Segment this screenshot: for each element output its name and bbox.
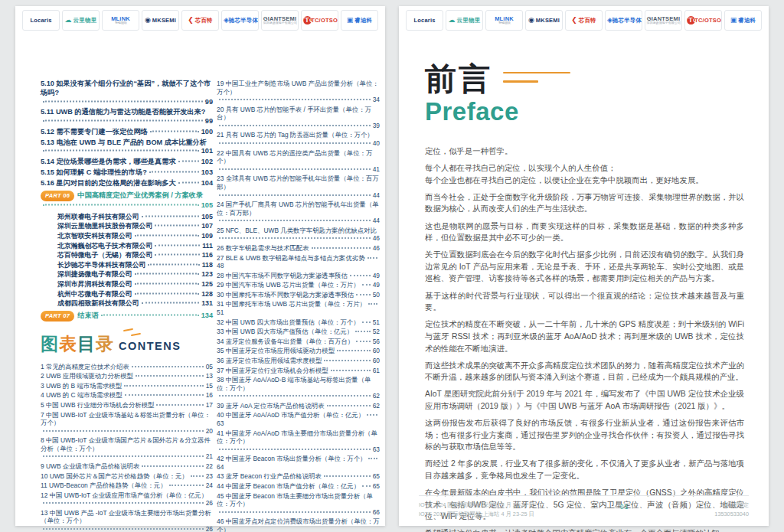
dot-leader (142, 302, 200, 304)
figure-entry[interactable]: 4 UWB 的 C 端市场需求模型 16 (41, 391, 213, 400)
figure-entry[interactable]: 8 中国 UWB-IoT 企业级市场国产芯片＆国外芯片＆分立器件分析（单位：万个… (41, 436, 213, 461)
company-entry[interactable]: 北京智联安科技有限公司 109 (57, 232, 213, 240)
figure-entry[interactable]: 27 BLE & UWB 数字钥匙单锚点与多锚点方案优劣势 48 (217, 254, 380, 270)
dot-leader (155, 243, 200, 246)
figure-entry[interactable]: 11 UWB-Beacon 产品价格趋势（单位：元） 24 (41, 481, 213, 490)
preface-paragraph: 这也是物联网的愿景与目标，而要实现这样的目标，采集数据是基础，数据的种类多种多样… (425, 220, 744, 244)
dot-leader (155, 253, 199, 256)
figure-entry[interactable]: 30 中国摩托车市场不同数字钥匙方案渗透率预估 50 (217, 291, 380, 299)
figure-entry[interactable]: 5 中国 UWB 行业细分市场机会分析模型 17 (41, 401, 213, 410)
toc-entry[interactable]: 5.12 需不需要专门建一张定位网络 100 (41, 128, 213, 137)
page-number: 105 (201, 201, 213, 211)
figure-entry-text: 34 蓝牙定位服务设备年出货量（单位：百万台） (217, 338, 354, 346)
figure-entry[interactable]: 22 中国具有 UWB 芯片的遥控类产品出货量（单位：万个） 41 (217, 149, 380, 174)
partner-logo-icon: ◉ (528, 17, 534, 24)
figure-entry-text: 5 中国 UWB 行业细分市场机会分析模型 (41, 401, 154, 410)
figure-entry[interactable]: 40 中国蓝牙 AoA/AoD 市场产值分析（单位：亿元） 63 (217, 411, 380, 427)
figure-entry[interactable]: 12 中国 UWB-IoT 企业级应用市场产值分析（单位：亿元） 26 (41, 491, 213, 508)
figure-entry[interactable]: 39 蓝牙 AoA 定位市场产品价格说明表 62 (217, 402, 380, 410)
figure-entry-text: 22 中国具有 UWB 芯片的遥控类产品出货量（单位：万个） (217, 149, 380, 165)
figure-entry[interactable]: 33 中国 UWB 四大市场产值预估（单位：亿元） 52 (217, 328, 380, 336)
figure-entry-text: 29 中国汽车市场 UWB 芯片出货量（单位：万片） (217, 281, 360, 289)
partner-logo-text: 云里物里 (74, 18, 97, 24)
company-entry[interactable]: 郑州联睿电子科技有限公司 105 (57, 213, 213, 221)
figure-entry[interactable]: 31 中国摩托车市场 UWB 芯片出货量（单位：万片） 51 (217, 300, 380, 316)
company-entry[interactable]: 深圳捷扬微电子有限公司 123 (57, 270, 213, 279)
dot-leader (135, 292, 200, 294)
partner-logo-icon: ☁ (449, 17, 456, 24)
partner-logo-subtext: 深圳捷扬微电子有限公司 (263, 21, 297, 24)
partner-logo-text: 云里物里 (457, 18, 481, 24)
page-number: 48 (217, 262, 224, 270)
dot-leader (169, 484, 204, 486)
figure-entry[interactable]: 32 中国 UWB 四大市场出货量预估（单位：万个） 51 (217, 318, 380, 327)
page-number: 16 (206, 391, 213, 400)
partner-logo-text: MKSEMI (536, 18, 560, 24)
figure-entry[interactable]: 7 中国 UWB-IoT 企业级市场基站＆标签出货量分析（单位：万个） 20 (41, 411, 213, 436)
figure-entry[interactable]: 9 UWB 企业级市场产品价格说明表 22 (41, 462, 213, 471)
toc-entry[interactable]: 5.11 UWB 的通信能力与雷达功能是否能被开发出来? 99 (41, 108, 213, 126)
decor-lines (503, 72, 570, 83)
toc-entry[interactable]: 5.16 星闪对目前的定位格局的潜在影响多大 104 (41, 179, 213, 188)
toc-entry[interactable]: 5.14 定位场景哪些是伪需求，哪些是真需求 102 (41, 158, 213, 167)
part-07-row[interactable]: PART 07 结束语 134 (41, 311, 213, 321)
page-number: 109 (201, 232, 213, 240)
dot-leader (43, 527, 204, 530)
figure-entry[interactable]: 25 NFC、BLE、UWB 几类数字车钥匙方案的优缺点对比 46 (217, 227, 380, 243)
partner-logo-text: TTC/OTSOK (691, 18, 722, 24)
figure-entry[interactable]: 13 中国 UWB 产品 -IoT 企业级市场主要细分市场出货量分析（单位：万个… (41, 509, 213, 532)
figure-entry[interactable]: 2 UWB 应用领域驱动力分析模型 13 (41, 372, 213, 380)
partner-logo-icon: ◉ (145, 17, 151, 24)
partner-logo: Locaris (22, 10, 60, 31)
page-number: 61 (373, 367, 380, 375)
company-entry[interactable]: 杭州中芯微电子有限公司 128 (57, 290, 213, 299)
dot-leader (367, 413, 377, 416)
company-name: 郑州联睿电子科技有限公司 (57, 213, 139, 221)
figure-entry[interactable]: 1 常见的高精度定位技术介绍表 05 (41, 363, 213, 371)
company-entry[interactable]: 成都四相致新科技有限公司 131 (57, 299, 213, 308)
figure-entry[interactable]: 38 中国蓝牙 AoA/AoD-B 端市场基站与标签出货量（单位：万个） 62 (217, 376, 380, 400)
figure-entry[interactable]: 19 中国工业生产制造市场 UWB 产品出货量分析（单位：万个） 34 (217, 80, 380, 104)
figure-entry[interactable]: 29 中国汽车市场 UWB 芯片出货量（单位：万片） 49 (217, 281, 380, 289)
figure-entry[interactable]: 41 中国蓝牙 AoA/AoD 市场主要细分市场出货量分析（单位：万个） 63 (217, 429, 380, 454)
figure-entry[interactable]: 36 蓝牙定位市场应用领域需求度模型 60 (217, 357, 380, 365)
figure-entry[interactable]: 46 中国蓝牙点对点定位消费级市场出货量分析（单位：万个） 67 (217, 517, 380, 532)
figure-entry[interactable]: 43 蓝牙 Beacon 行业产品价格说明表 65 (217, 472, 380, 481)
figure-entry-text: 31 中国摩托车市场 UWB 芯片出货量（单位：万片） (217, 300, 366, 308)
preface-paragraph: 希望通过这份白皮书，让读者对整个国内高精度定位产业有一个更全面与清晰的认知。 (425, 527, 744, 532)
figure-entry[interactable]: 10 UWB 国外芯片＆国产芯片价格趋势（单位：元） 23 (41, 472, 213, 481)
figure-entry[interactable]: 37 中国蓝牙定位行业市场机会分析模型 61 (217, 367, 380, 375)
page-number: 26 (206, 499, 213, 508)
dot-leader (324, 475, 371, 477)
figure-entry[interactable]: 24 国产手机厂商具有 UWB 芯片的智能手机年出货量（单位：百万部） 44 (217, 201, 380, 225)
dot-leader (43, 455, 204, 457)
partner-logo-text: Locaris (413, 18, 435, 24)
figure-entry[interactable]: 35 中国蓝牙定位市场应用领域驱动力模型 60 (217, 347, 380, 355)
toc-entry-text: 5.11 UWB 的通信能力与雷达功能是否能被开发出来? (41, 108, 205, 117)
figure-entry[interactable]: 44 中国蓝牙 Beacon 市场产值分析（单位：亿元） 65 (217, 482, 380, 491)
figure-entry[interactable]: 26 数字车钥匙需求与技术匹配表 46 (217, 244, 380, 253)
page-number: 134 (201, 312, 213, 321)
partner-logo-subtext: 智链物联 (498, 21, 510, 24)
dot-leader (43, 501, 204, 504)
figure-entry-text: 45 中国蓝牙 Beacon 市场主要细分市场出货量分析（单位：万个） (217, 492, 380, 508)
figure-entry[interactable]: 23 全球具有 UWB 芯片的智能手机年出货量（单位：百万部） 44 (217, 175, 380, 199)
figure-entry[interactable]: 28 中国汽车市场不同数字钥匙方案渗透率预估 49 (217, 272, 380, 280)
company-entry[interactable]: 北京瀚巍创芯电子技术有限公司 111 (57, 242, 213, 250)
company-entry[interactable]: 深圳市昇润科技有限公司 125 (57, 280, 213, 289)
company-entry[interactable]: 长沙驰芯半导体科技有限公司 118 (57, 261, 213, 269)
figure-entry[interactable]: 21 具有 UWB 芯片的 Tag 防丢器出货量（单位：万个） 40 (217, 131, 380, 147)
figure-entry[interactable]: 34 蓝牙定位服务设备年出货量（单位：百万台） 56 (217, 338, 380, 346)
toc-entry[interactable]: 5.10 如果没有某个细分行业的“基因”，就做不了这个市场吗? 99 (41, 80, 213, 106)
company-entry[interactable]: 深圳云里物里科技股份有限公司 107 (57, 222, 213, 230)
company-entry[interactable]: 芯百特微电子（无锡）有限公司 116 (57, 251, 213, 259)
toc-entry[interactable]: 5.13 电池在 UWB 与 BLE 产品的 BOM 成本比重分析 101 (41, 139, 213, 157)
preface-paragraph: 关于位置数据到底会在今后的数字化时代占据多少比例，目前还没有确切的数字。从我们身… (425, 249, 744, 285)
figure-entry[interactable]: 45 中国蓝牙 Beacon 市场主要细分市场出货量分析（单位：万个） 66 (217, 492, 380, 517)
figure-entry[interactable]: 42 中国蓝牙 Beacon 市场出货量分析（单位：万个） 64 (217, 455, 380, 471)
toc-entry[interactable]: 5.15 如何理解 C 端非理性的市场? 103 (41, 168, 213, 178)
dot-leader (327, 404, 371, 406)
figure-entry[interactable]: 3 UWB 的 B 端市场需求模型 15 (41, 382, 213, 390)
figure-entry[interactable]: 20 具有 UWB 芯片的智能手表 / 手环出货量（单位：万台） 39 (217, 106, 380, 130)
part-06-row[interactable]: PART 06 中国高精度定位产业优秀案例 / 方案收录 105 (41, 191, 213, 210)
